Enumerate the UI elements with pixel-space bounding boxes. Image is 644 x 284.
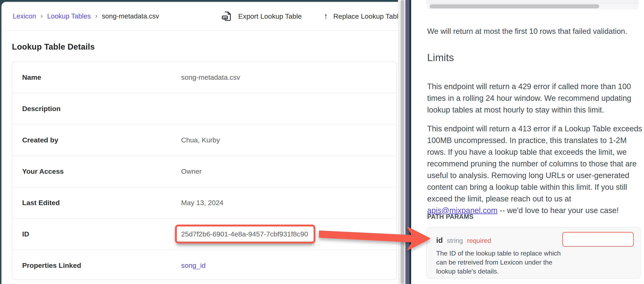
table-row-properties-linked: Properties Linked song_id: [12, 250, 396, 281]
row-value: May 13, 2024: [181, 199, 224, 207]
csv-file-icon: csv: [221, 10, 233, 22]
export-button-label: Export Lookup Table: [238, 12, 302, 20]
row-label: Description: [22, 105, 60, 113]
breadcrumb-separator-icon: ›: [95, 12, 97, 19]
horizontal-scrollbar-thumb[interactable]: [430, 4, 599, 8]
lookup-table-page: Lexicon › Lookup Tables › song-metadata.…: [2, 2, 398, 284]
row-label: Properties Linked: [22, 262, 81, 270]
page-header: Lexicon › Lookup Tables › song-metadata.…: [2, 2, 398, 31]
table-row-your-access: Your Access Owner: [12, 156, 396, 187]
validation-note-text: We will return at most the first 10 rows…: [427, 25, 644, 37]
page-title: Lookup Table Details: [12, 42, 95, 51]
param-type: string: [447, 237, 463, 245]
param-required-badge: required: [467, 237, 491, 245]
table-row-id: ID 25d7f2b6-6901-4e8a-9457-7cbf931f8c90: [12, 219, 396, 250]
limits-paragraph-413: This endpoint will return a 413 error if…: [427, 123, 643, 216]
lookup-table-details-card: Name song-metadata.csv Description Creat…: [12, 61, 397, 280]
limits-heading: Limits: [427, 52, 454, 64]
table-row-created-by: Created by Chua, Kurby: [12, 125, 396, 156]
table-row-name: Name song-metadata.csv: [12, 62, 396, 93]
param-description: The ID of the lookup table to replace wh…: [436, 249, 564, 276]
row-label: Last Edited: [22, 199, 60, 207]
vertical-scrollbar-thumb[interactable]: [401, 0, 404, 284]
breadcrumb-current-file: song-metadata.csv: [102, 12, 159, 20]
breadcrumb-lookup-tables[interactable]: Lookup Tables: [47, 12, 91, 20]
linked-property-link[interactable]: song_id: [181, 262, 206, 270]
row-label: Name: [22, 73, 41, 81]
window-divider-handle[interactable]: [406, 0, 411, 284]
param-name: id: [436, 236, 443, 245]
code-block-bottom: [426, 0, 639, 9]
table-row-last-edited: Last Edited May 13, 2024: [12, 187, 396, 219]
breadcrumb: Lexicon › Lookup Tables › song-metadata.…: [13, 2, 159, 30]
screenshot-canvas: Lexicon › Lookup Tables › song-metadata.…: [0, 0, 644, 284]
breadcrumb-separator-icon: ›: [41, 12, 43, 19]
row-label: Created by: [22, 136, 58, 144]
paragraph-413-text: This endpoint will return a 413 error if…: [427, 124, 642, 203]
row-value: song-metadata.csv: [181, 73, 240, 81]
param-id-input[interactable]: [562, 232, 634, 247]
param-header: id string required: [436, 236, 491, 245]
row-value: Chua, Kurby: [181, 136, 220, 144]
api-docs-panel: We will return at most the first 10 rows…: [411, 0, 644, 284]
vertical-scrollbar-track[interactable]: [398, 0, 406, 284]
row-value: Owner: [181, 167, 202, 175]
replace-button-label: Replace Lookup Tabl: [333, 12, 398, 20]
upload-arrow-icon: ↑: [324, 12, 328, 20]
row-label: Your Access: [22, 167, 64, 175]
limits-paragraph-429: This endpoint will return a 429 error if…: [427, 81, 643, 116]
code-block-edge: [426, 0, 639, 3]
export-lookup-table-button[interactable]: csv Export Lookup Table: [221, 2, 302, 30]
breadcrumb-lexicon[interactable]: Lexicon: [13, 12, 36, 20]
path-param-card-id: id string required The ID of the lookup …: [426, 227, 641, 279]
path-params-section-label: PATH PARAMS: [427, 213, 474, 220]
row-label: ID: [22, 230, 29, 238]
replace-lookup-table-button[interactable]: ↑ Replace Lookup Tabl: [324, 2, 398, 30]
lookup-table-id-value: 25d7f2b6-6901-4e8a-9457-7cbf931f8c90: [181, 230, 308, 238]
table-row-description: Description: [12, 93, 396, 125]
paragraph-413-text-after: -- we'd love to hear your use case!: [498, 206, 619, 215]
svg-text:csv: csv: [222, 16, 227, 19]
